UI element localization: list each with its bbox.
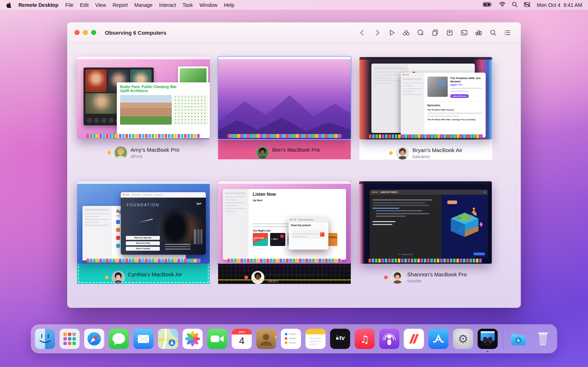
dock-safari-icon[interactable] [84, 329, 105, 349]
avatar-photo [114, 146, 127, 159]
mini-3d-world [442, 195, 488, 259]
dock-facetime-icon[interactable] [207, 329, 227, 349]
spotlight-icon[interactable] [512, 2, 517, 8]
dock-podcasts-icon[interactable] [379, 329, 400, 349]
mini-playgrounds-title: Learn to Code 1 [380, 191, 398, 193]
mini-show-subtitle: Apple TV+ [450, 83, 482, 86]
computer-cell-sserbe: Learn to Code 1▸ No Suggestions [359, 181, 492, 284]
dock-music-icon[interactable]: ♫ [355, 329, 375, 349]
mini-tv-window: FOUNDATION tv+ Play Free Episode Start F… [121, 192, 206, 255]
status-dot [389, 151, 393, 155]
dock-calendar-icon[interactable]: OCT4 [232, 329, 252, 349]
mini-show-artwork [427, 77, 448, 97]
computer-username: bstott [272, 154, 320, 159]
dock-downloads-icon[interactable] [508, 329, 529, 349]
mini-listen-now-heading: Listen Now [253, 192, 342, 197]
mini-dock [227, 259, 342, 263]
battery-charging-icon[interactable] [483, 2, 493, 8]
computer-meta: Cynthia’s MacBook Air cyao [77, 271, 210, 284]
computer-cell-dkerr: Listen Now Up Next BACK ISSUE THIS IS UN… [218, 181, 351, 284]
computer-screen-sserbe[interactable]: Learn to Code 1▸ No Suggestions [359, 181, 492, 264]
dock-separator [503, 328, 503, 349]
computer-username: sserbe [407, 278, 467, 284]
menu-report[interactable]: Report [109, 2, 131, 8]
computer-username: cyao [128, 278, 182, 284]
app-menu-title[interactable]: Remote Desktop [15, 2, 62, 8]
mini-podcast-show-window: The Problem With Jon Stewart Apple TV+ L… [401, 73, 486, 138]
mini-code-pane: No Suggestions [370, 195, 442, 259]
status-dot [105, 276, 108, 279]
menu-manage[interactable]: Manage [131, 2, 156, 8]
avatar-photo [391, 271, 404, 284]
control-center-icon[interactable] [524, 2, 530, 8]
apple-tv-plus-logo: tv+ [197, 202, 201, 206]
computer-screen-afrost[interactable]: Butler Park: Public Climbing WalUplift A… [77, 57, 210, 139]
mini-episode-title: The Problem With Teasers [427, 109, 482, 111]
menu-window[interactable]: Window [196, 2, 221, 8]
mini-upnext-button: Add to Up Next [126, 247, 160, 251]
dock-mail-icon[interactable] [133, 329, 154, 349]
mini-menubar [359, 57, 492, 60]
dock-news-icon[interactable] [404, 329, 424, 349]
mini-episodes-heading: Episodes [427, 102, 482, 107]
menu-file[interactable]: File [62, 2, 77, 8]
computer-screen-bstott[interactable] [218, 57, 351, 139]
dock-launchpad-icon[interactable] [60, 329, 80, 349]
mini-call-controls [87, 118, 121, 123]
avatar [256, 146, 269, 159]
computer-username: balvarez [412, 154, 462, 159]
computer-screen-balvarez[interactable]: Browse The Problem With Jon Stewart Appl… [359, 57, 492, 139]
dock-systempreferences-icon[interactable]: ⚙ [453, 329, 473, 349]
computer-name: Cynthia’s MacBook Air [128, 271, 182, 277]
menu-view[interactable]: View [92, 2, 109, 8]
menu-help[interactable]: Help [221, 2, 238, 8]
apple-menu[interactable] [6, 2, 15, 8]
menu-bar: Remote Desktop FileEditViewReportManageI… [0, 0, 588, 10]
computer-name: Shannon’s MacBook Pro [407, 271, 467, 277]
menu-interact[interactable]: Interact [156, 2, 179, 8]
avatar-photo [396, 147, 409, 160]
dock-reminders-icon[interactable] [281, 329, 301, 349]
computer-cell-bstott: Ben’s MacBook Pro bstott [218, 57, 351, 159]
mini-menubar [218, 181, 351, 184]
computer-screen-cyao[interactable]: Apple Apps & Games FOUNDATION tv+ Play F… [77, 181, 210, 264]
dock-finder-icon[interactable] [35, 329, 55, 349]
svg-text:tv: tv [339, 334, 345, 341]
computer-meta: Amy’s MacBook Pro afrost [77, 146, 210, 159]
mini-dock [368, 259, 483, 263]
status-dot [249, 151, 253, 155]
svg-text:OCT: OCT [239, 331, 245, 334]
menu-bar-clock[interactable]: Mon Oct 4 9:41 AM [537, 2, 582, 8]
status-dot [384, 276, 388, 279]
mini-menubar [359, 181, 492, 184]
mini-hint-box [447, 200, 457, 204]
mini-tv-hero: FOUNDATION tv+ Play Free Episode Start F… [121, 198, 206, 255]
mini-menubar [218, 57, 351, 59]
menu-bar-left: Remote Desktop FileEditViewReportManageI… [6, 2, 238, 8]
avatar [391, 271, 404, 284]
status-dot [244, 276, 248, 279]
mini-plan-image [174, 95, 208, 125]
mini-run-icon: ▸ [484, 190, 486, 194]
mini-document-headline: Butler Park: Public Climbing WalUplift A… [120, 85, 208, 93]
wifi-icon[interactable] [499, 2, 506, 8]
dock-photos-icon[interactable] [183, 329, 203, 349]
dock-messages-icon[interactable] [109, 329, 129, 349]
dock-notes-icon[interactable] [306, 329, 326, 349]
mini-popup-window: Road trip podcast Road trip podcast [289, 217, 328, 250]
computer-screen-dkerr[interactable]: Listen Now Up Next BACK ISSUE THIS IS UN… [218, 181, 351, 264]
dock-remotedesktop-icon[interactable] [478, 329, 498, 349]
menu-task[interactable]: Task [179, 2, 196, 8]
desktop: Remote Desktop FileEditViewReportManageI… [0, 0, 588, 367]
dock-contacts-icon[interactable] [256, 329, 277, 349]
computer-name: Duncan’s MacBook Pro [268, 271, 324, 277]
dock-trash-icon[interactable] [533, 329, 553, 349]
dock-appstore-icon[interactable] [429, 329, 449, 349]
avatar [396, 147, 409, 160]
dock-tv-icon[interactable]: tv [330, 329, 350, 349]
computer-username: afrost [131, 154, 179, 159]
avatar [114, 146, 127, 159]
computer-name: Amy’s MacBook Pro [131, 147, 179, 153]
menu-edit[interactable]: Edit [77, 2, 92, 8]
dock-maps-icon[interactable] [158, 329, 178, 349]
